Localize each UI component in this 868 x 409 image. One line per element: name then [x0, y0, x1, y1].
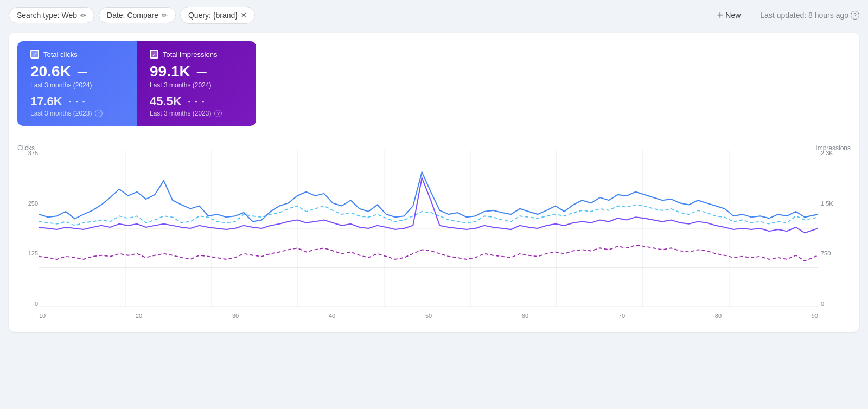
- last-updated-help-icon[interactable]: ?: [851, 11, 859, 20]
- impressions-2023-line: [39, 245, 818, 261]
- impressions-help-icon[interactable]: ?: [214, 110, 222, 117]
- impressions-value-2024: 99.1K: [150, 63, 190, 80]
- new-button-label: New: [725, 11, 741, 20]
- search-type-label: Search type: Web: [17, 11, 77, 20]
- chart-card: ✓ Total clicks 20.6K — Last 3 months (20…: [9, 33, 859, 332]
- page-container: Search type: Web ✏ Date: Compare ✏ Query…: [0, 0, 868, 409]
- query-label: Query: {brand}: [188, 11, 238, 20]
- impressions-value-2023: 45.5K: [150, 94, 182, 108]
- impressions-label-row: ✓ Total impressions: [150, 50, 243, 59]
- clicks-period-2024: Last 3 months (2024): [30, 81, 124, 89]
- impressions-period-2023-row: Last 3 months (2023) ?: [150, 110, 243, 117]
- y-left-max: 375: [28, 150, 38, 156]
- x-label-30: 30: [232, 312, 239, 323]
- last-updated-text: Last updated: 8 hours ago: [760, 11, 848, 20]
- clicks-label-row: ✓ Total clicks: [30, 50, 124, 59]
- chart-svg: [39, 150, 818, 307]
- x-label-20: 20: [136, 312, 142, 323]
- x-label-40: 40: [329, 312, 335, 323]
- clicks-period-2023-row: Last 3 months (2023) ?: [30, 110, 124, 117]
- y-right-max: 2.3K: [821, 150, 833, 156]
- x-axis-labels: 10 20 30 40 50 60 70 80 90: [39, 312, 818, 323]
- clicks-value-2023: 17.6K: [30, 94, 62, 108]
- x-label-60: 60: [522, 312, 528, 323]
- metrics-row: ✓ Total clicks 20.6K — Last 3 months (20…: [17, 41, 851, 126]
- impressions-metric-box: ✓ Total impressions 99.1K — Last 3 month…: [137, 41, 256, 126]
- filter-bar: Search type: Web ✏ Date: Compare ✏ Query…: [9, 0, 859, 30]
- clicks-value-2024: 20.6K: [30, 63, 71, 80]
- chart-area: Clicks Impressions 375 250 125 0 2.3K 1.…: [17, 139, 851, 323]
- query-close-icon[interactable]: ×: [241, 10, 247, 20]
- impressions-checkbox[interactable]: ✓: [150, 50, 158, 59]
- clicks-dash-2024: —: [78, 66, 87, 78]
- impressions-period-2024: Last 3 months (2024): [150, 81, 243, 89]
- clicks-secondary-row: 17.6K - - -: [30, 94, 124, 108]
- y-right-mid2: 1.5K: [821, 200, 833, 207]
- search-type-edit-icon[interactable]: ✏: [80, 11, 86, 20]
- y-right-min: 0: [821, 301, 824, 307]
- date-filter[interactable]: Date: Compare ✏: [99, 7, 176, 23]
- clicks-metric-box: ✓ Total clicks 20.6K — Last 3 months (20…: [17, 41, 137, 126]
- impressions-label: Total impressions: [163, 50, 217, 59]
- date-label: Date: Compare: [107, 11, 158, 20]
- search-type-filter[interactable]: Search type: Web ✏: [9, 7, 94, 23]
- x-label-50: 50: [425, 312, 432, 323]
- impressions-secondary-row: 45.5K - - -: [150, 94, 243, 108]
- y-right-mid1: 750: [821, 250, 831, 257]
- y-left-min: 0: [35, 301, 38, 307]
- impressions-primary-row: 99.1K —: [150, 63, 243, 80]
- x-label-70: 70: [618, 312, 625, 323]
- clicks-period-2023: Last 3 months (2023): [30, 110, 92, 117]
- x-label-80: 80: [715, 312, 722, 323]
- chart-svg-container: [39, 150, 818, 307]
- clicks-dash-2023: - - -: [69, 97, 86, 106]
- plus-icon: +: [717, 9, 724, 22]
- impressions-period-2023: Last 3 months (2023): [150, 110, 211, 117]
- new-button[interactable]: + New: [711, 6, 748, 25]
- x-label-10: 10: [39, 312, 46, 323]
- clicks-label: Total clicks: [43, 50, 78, 59]
- y-left-mid1: 125: [28, 250, 38, 257]
- y-left-mid2: 250: [28, 200, 38, 207]
- y-axis-left: 375 250 125 0: [17, 150, 38, 307]
- date-edit-icon[interactable]: ✏: [162, 11, 168, 20]
- clicks-2024-line: [39, 172, 818, 221]
- query-filter[interactable]: Query: {brand} ×: [180, 7, 255, 24]
- clicks-help-icon[interactable]: ?: [95, 110, 103, 117]
- y-axis-right: 2.3K 1.5K 750 0: [821, 150, 851, 307]
- impressions-dash-2024: —: [197, 66, 207, 78]
- last-updated: Last updated: 8 hours ago ?: [760, 11, 859, 20]
- impressions-dash-2023: - - -: [188, 97, 206, 106]
- clicks-primary-row: 20.6K —: [30, 63, 124, 80]
- clicks-checkbox[interactable]: ✓: [30, 50, 39, 59]
- x-label-90: 90: [812, 312, 818, 323]
